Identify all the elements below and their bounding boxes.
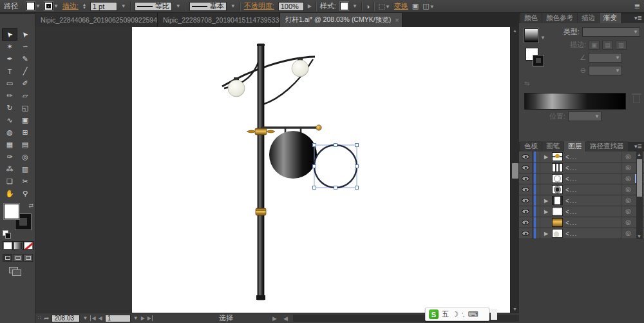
right-lamp-globe[interactable] [292,60,308,77]
symbol-sprayer-tool[interactable]: ⁂ [2,163,17,175]
target-icon[interactable]: ◎ [621,206,635,217]
gradient-slider[interactable] [524,93,626,110]
artboard-dropdown-icon[interactable]: ▼ [133,315,138,321]
stroke-along-icon[interactable]: ▤ [602,41,613,50]
shape-builder-tool[interactable]: ◍ [2,126,17,139]
pole-gold-collar[interactable] [255,128,267,135]
layers-scrollbar[interactable]: ▲ ▼ [636,152,643,239]
width-tool[interactable]: ∿ [2,114,17,126]
perspective-grid-tool[interactable]: ⊞ [17,126,33,139]
rectangle-tool[interactable]: ▭ [2,77,17,90]
eraser-tool[interactable]: ▱ [17,90,33,102]
visibility-toggle[interactable] [519,184,533,195]
layer-row[interactable]: ▶ <... ◎ [519,228,644,239]
layer-row[interactable]: <... ◎ [519,184,644,195]
pencil-tool[interactable]: ✏ [2,90,17,102]
chevron-down-icon[interactable]: ▼ [231,3,236,9]
document-setup-icon[interactable]: ◑ [366,3,370,10]
left-lamp-globe[interactable] [228,80,245,97]
layer-name[interactable]: <... [565,153,621,161]
selection-overlay[interactable] [313,144,359,190]
layers-scroll-thumb[interactable] [637,159,642,197]
style-swatch[interactable] [340,2,348,10]
panel-menu-icon[interactable]: ▾≣ [634,15,642,21]
panel-menu-icon[interactable]: ▾≣ [634,143,642,150]
distribute-icon[interactable]: ◫▼ [422,2,434,10]
collar-right-wing[interactable] [266,130,275,133]
chevron-down-icon[interactable]: ▼ [121,3,126,9]
sogou-logo-icon[interactable]: S [429,309,439,319]
expand-triangle-icon[interactable]: ▶ [540,198,552,204]
zoom-dropdown-icon[interactable]: ▼ [82,315,88,321]
opacity-link[interactable]: 不透明度: [244,1,274,11]
default-fill-stroke-icon[interactable] [3,230,8,236]
stroke-weight-stepper[interactable]: ▲▼ [82,3,86,10]
layer-thumbnail[interactable] [552,185,563,194]
brush-dropdown[interactable]: 基本 [189,2,227,11]
left-lamp-cap[interactable] [234,77,239,80]
scroll-up-icon[interactable]: ▲ [513,28,517,33]
expand-triangle-icon[interactable]: ▶ [540,154,552,160]
scroll-up-icon[interactable]: ▲ [637,152,641,157]
layer-thumbnail[interactable] [552,163,563,172]
status-icon-1[interactable]: ∷ [38,315,41,321]
layer-row[interactable]: ▶ <... ◎ [519,195,644,206]
blend-tool[interactable]: ◎ [17,151,33,163]
target-icon[interactable]: ◎ [621,152,635,162]
select-similar-icon[interactable]: ⬚▼ [378,2,390,10]
line-segment-tool[interactable]: ╱ [17,65,33,77]
tab-swatches[interactable]: 色板 [520,141,542,152]
free-transform-tool[interactable]: ▣ [17,114,33,126]
gradient-type-dropdown[interactable]: ▼ [582,27,640,37]
slice-tool[interactable]: ✂ [17,175,33,188]
delete-stop-icon[interactable] [633,95,640,103]
layer-row[interactable]: ▶ <... ◎ [519,206,644,217]
collar-left-wing[interactable] [247,130,256,133]
first-artboard-icon[interactable]: ◀ [90,315,95,321]
layer-thumbnail[interactable] [552,196,563,205]
ime-mode-label[interactable]: 五 [442,309,449,319]
visibility-toggle[interactable] [519,217,533,228]
stop-location-dropdown[interactable]: ▼ [568,112,601,121]
selection-tool[interactable]: ➤ [2,28,17,41]
moon-icon[interactable]: ☽ [452,310,459,318]
stroke-within-icon[interactable]: ▣ [589,41,600,50]
magic-wand-tool[interactable]: ✶ [2,41,17,53]
prev-artboard-icon[interactable]: ◀ [99,315,102,321]
punctuation-icon[interactable]: ’, [462,311,465,318]
layer-row-selected[interactable]: <... ◎ [519,173,644,184]
artboard-number-field[interactable]: 1 [105,315,131,322]
target-icon[interactable]: ◎ [621,217,635,228]
none-button[interactable] [23,241,33,250]
draw-normal-button[interactable] [3,254,12,262]
color-button[interactable] [3,241,13,250]
paintbrush-tool[interactable]: ✐ [17,77,33,90]
scroll-down-icon[interactable]: ▼ [637,234,641,239]
tab-color-guide[interactable]: 颜色参考 [542,13,577,23]
artboard-tool[interactable]: ❏ [2,175,17,188]
visibility-toggle[interactable] [519,228,533,239]
transform-link[interactable]: 变换 [394,1,408,11]
fill-proxy[interactable] [4,204,19,219]
eyedropper-tool[interactable]: ✑ [2,151,17,163]
aspect-ratio-dropdown[interactable]: ▼ [589,66,622,75]
tab-gradient[interactable]: 渐变 [600,13,621,23]
options-menu-icon[interactable]: ≣ [634,2,640,10]
chevron-down-icon[interactable]: ▼ [35,3,41,9]
layer-name[interactable]: <... [565,219,621,226]
layer-name[interactable]: <... [565,197,621,204]
zoom-field[interactable]: 208.03 [52,315,80,322]
curvature-tool[interactable]: ✎ [17,53,33,65]
vertical-scroll-thumb[interactable] [512,163,518,179]
layer-name[interactable]: <... [565,186,621,193]
stroke-color-button[interactable]: ▼ [44,2,59,10]
stroke-across-icon[interactable]: ▥ [616,41,627,50]
document-tab-1[interactable]: Nipic_22844066_20190625090922594127.ai* … [35,13,158,27]
layer-thumbnail[interactable] [552,174,563,183]
mesh-tool[interactable]: ▦ [2,139,17,151]
layer-name[interactable]: <... [565,164,621,171]
tab-color[interactable]: 颜色 [520,13,542,23]
target-icon[interactable]: ◎ [621,173,635,184]
scroll-down-icon[interactable]: ▼ [513,307,517,311]
column-graph-tool[interactable]: ▥ [17,163,33,175]
